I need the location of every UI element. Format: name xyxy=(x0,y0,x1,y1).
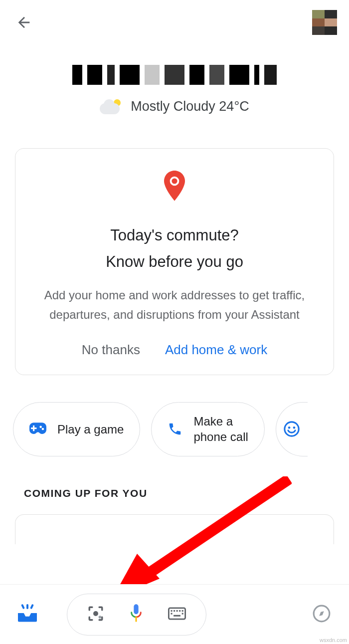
suggestion-chips-row: Play a game Make aphone call xyxy=(13,402,349,456)
svg-point-11 xyxy=(99,616,102,619)
add-home-work-button[interactable]: Add home & work xyxy=(165,342,267,358)
svg-rect-2 xyxy=(31,428,36,429)
explore-button[interactable] xyxy=(312,604,331,625)
watermark: wsxdn.com xyxy=(320,637,347,643)
back-arrow-icon xyxy=(15,14,32,31)
weather-text: Mostly Cloudy 24°C xyxy=(131,99,249,114)
svg-rect-22 xyxy=(174,615,180,616)
phone-icon xyxy=(168,422,182,436)
svg-point-7 xyxy=(293,427,296,429)
svg-point-6 xyxy=(288,427,291,429)
weather-summary[interactable]: Mostly Cloudy 24°C xyxy=(0,99,349,114)
gamepad-icon xyxy=(29,423,46,435)
updates-button[interactable] xyxy=(18,607,37,622)
mic-button[interactable] xyxy=(129,604,143,625)
commute-title-line2: Know before you go xyxy=(30,249,319,275)
svg-point-5 xyxy=(285,422,299,436)
map-pin-icon xyxy=(161,171,188,206)
svg-point-4 xyxy=(42,428,44,430)
compass-icon xyxy=(312,604,331,623)
mic-icon xyxy=(129,604,143,623)
commute-title-line1: Today's commute? xyxy=(30,222,319,249)
svg-rect-16 xyxy=(174,610,175,612)
svg-rect-15 xyxy=(171,610,173,612)
svg-point-3 xyxy=(39,426,42,429)
smiley-icon xyxy=(283,421,300,437)
svg-rect-20 xyxy=(171,613,173,614)
svg-rect-21 xyxy=(182,613,183,614)
weather-cloudy-icon xyxy=(100,99,122,114)
lens-button[interactable] xyxy=(87,605,104,624)
keyboard-icon xyxy=(168,607,186,621)
greeting-title-redacted xyxy=(0,65,349,85)
updates-icon xyxy=(22,604,33,609)
svg-rect-17 xyxy=(176,610,178,612)
svg-rect-12 xyxy=(134,604,138,614)
profile-avatar[interactable] xyxy=(312,10,337,35)
commute-subtitle: Add your home and work addresses to get … xyxy=(30,286,319,324)
lens-icon xyxy=(87,605,104,622)
play-game-chip[interactable]: Play a game xyxy=(13,402,140,456)
svg-point-10 xyxy=(93,611,98,616)
bottom-toolbar xyxy=(0,584,349,644)
svg-rect-18 xyxy=(179,610,180,612)
phone-call-label: Make aphone call xyxy=(193,414,248,444)
back-button[interactable] xyxy=(12,10,36,34)
play-game-label: Play a game xyxy=(57,422,124,437)
coming-up-heading: COMING UP FOR YOU xyxy=(24,487,349,499)
input-methods-pill xyxy=(67,594,206,636)
emoji-chip-partial[interactable] xyxy=(276,402,308,456)
no-thanks-button[interactable]: No thanks xyxy=(82,342,140,358)
phone-call-chip[interactable]: Make aphone call xyxy=(151,402,264,456)
svg-rect-19 xyxy=(182,610,183,612)
commute-card: Today's commute? Know before you go Add … xyxy=(15,148,334,375)
keyboard-button[interactable] xyxy=(168,607,186,623)
upcoming-card-peek[interactable] xyxy=(15,514,334,544)
